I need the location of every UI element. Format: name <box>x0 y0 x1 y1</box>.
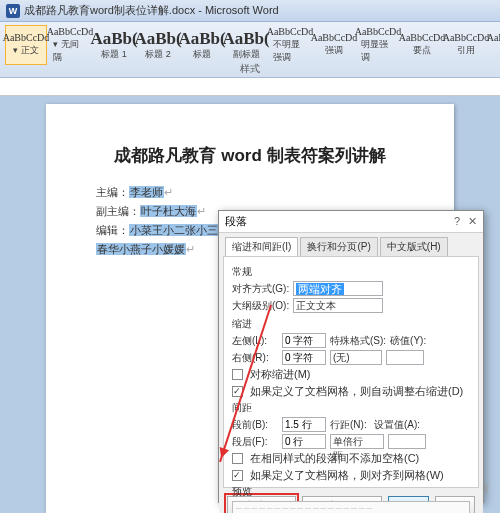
style-4[interactable]: AaBb(标题 <box>181 25 223 65</box>
close-icon[interactable]: ✕ <box>468 215 477 228</box>
special-select[interactable]: (无) <box>330 350 382 365</box>
paragraph-dialog: 段落 ? ✕ 缩进和间距(I) 换行和分页(P) 中文版式(H) 常规 对齐方式… <box>218 210 484 503</box>
title-bar: W 成都路凡教育word制表位详解.docx - Microsoft Word <box>0 0 500 22</box>
help-icon[interactable]: ? <box>454 215 460 228</box>
word-icon: W <box>6 4 20 18</box>
linespacing-select[interactable]: 单倍行距 <box>330 434 384 449</box>
style-5[interactable]: AaBb(副标题 <box>225 25 267 65</box>
align-select[interactable]: 两端对齐 <box>293 281 383 296</box>
after-input[interactable] <box>282 434 326 449</box>
style-3[interactable]: AaBb(标题 2 <box>137 25 179 65</box>
align-label: 对齐方式(G): <box>232 282 289 296</box>
mirror-checkbox[interactable] <box>232 369 243 380</box>
outline-label: 大纲级别(O): <box>232 299 289 313</box>
section-general: 常规 <box>232 265 470 279</box>
style-0[interactable]: AaBbCcDd▾ 正文 <box>5 25 47 65</box>
preview-box: — — — — — — — — — — — — — — — — — —— — —… <box>232 501 470 513</box>
section-preview: 预览 <box>232 485 470 499</box>
before-label: 段前(B): <box>232 418 278 432</box>
tab-indent[interactable]: 缩进和间距(I) <box>225 237 298 256</box>
dialog-tabs: 缩进和间距(I) 换行和分页(P) 中文版式(H) <box>219 233 483 256</box>
style-9[interactable]: AaBbCcDd要点 <box>401 25 443 65</box>
section-indent: 缩进 <box>232 317 470 331</box>
setat-input[interactable] <box>388 434 426 449</box>
tab-asian[interactable]: 中文版式(H) <box>380 237 448 256</box>
style-11[interactable]: AaBbCcDd明 <box>489 25 500 65</box>
right-input[interactable] <box>282 350 326 365</box>
dialog-titlebar: 段落 ? ✕ <box>219 211 483 233</box>
special-label: 特殊格式(S): <box>330 334 386 348</box>
dialog-body: 常规 对齐方式(G): 两端对齐 大纲级别(O): 正文文本 缩进 左侧(L):… <box>223 256 479 488</box>
left-input[interactable] <box>282 333 326 348</box>
style-6[interactable]: AaBbCcDd不明显强调 <box>269 25 311 65</box>
linespacing-label: 行距(N): <box>330 418 370 432</box>
doc-title: 成都路凡教育 word 制表符案列讲解 <box>96 144 404 167</box>
window-title: 成都路凡教育word制表位详解.docx - Microsoft Word <box>24 3 279 18</box>
dialog-title: 段落 <box>225 214 247 229</box>
style-1[interactable]: AaBbCcDd▾ 无间隔 <box>49 25 91 65</box>
before-input[interactable] <box>282 417 326 432</box>
tab-pagination[interactable]: 换行和分页(P) <box>300 237 377 256</box>
special-value-input[interactable] <box>386 350 424 365</box>
mirror-label: 对称缩进(M) <box>250 367 311 382</box>
nospace-checkbox[interactable] <box>232 453 243 464</box>
style-8[interactable]: AaBbCcDd明显强调 <box>357 25 399 65</box>
style-10[interactable]: AaBbCcDd引用 <box>445 25 487 65</box>
style-7[interactable]: AaBbCcDd强调 <box>313 25 355 65</box>
doc-line-0: 主编：李老师↵ <box>96 185 404 200</box>
outline-select[interactable]: 正文文本 <box>293 298 383 313</box>
after-label: 段后(F): <box>232 435 278 449</box>
autoadjust-label: 如果定义了文档网格，则自动调整右缩进(D) <box>250 384 463 399</box>
ruler <box>0 78 500 96</box>
setat-label: 设置值(A): <box>374 418 420 432</box>
style-2[interactable]: AaBb(标题 1 <box>93 25 135 65</box>
snap-label: 如果定义了文档网格，则对齐到网格(W) <box>250 468 444 483</box>
section-spacing: 间距 <box>232 401 470 415</box>
ribbon-group-label: 样式 <box>240 62 260 76</box>
special-val-label: 磅值(Y): <box>390 334 428 348</box>
snap-checkbox[interactable] <box>232 470 243 481</box>
left-label: 左侧(L): <box>232 334 278 348</box>
